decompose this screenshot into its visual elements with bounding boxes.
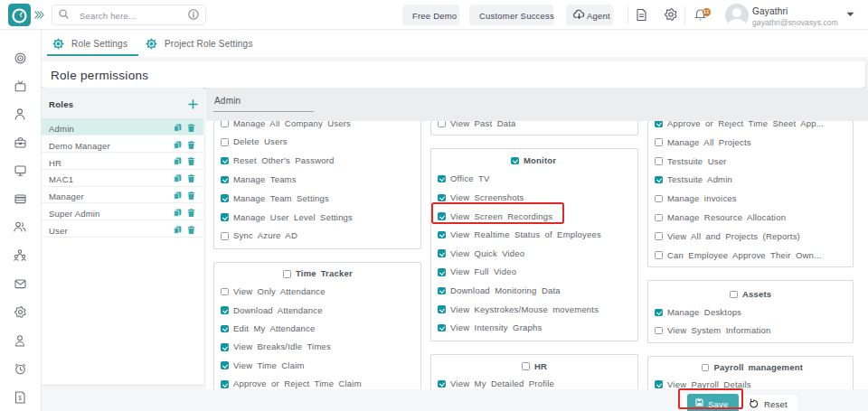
svg-text:$: $ (18, 394, 22, 400)
